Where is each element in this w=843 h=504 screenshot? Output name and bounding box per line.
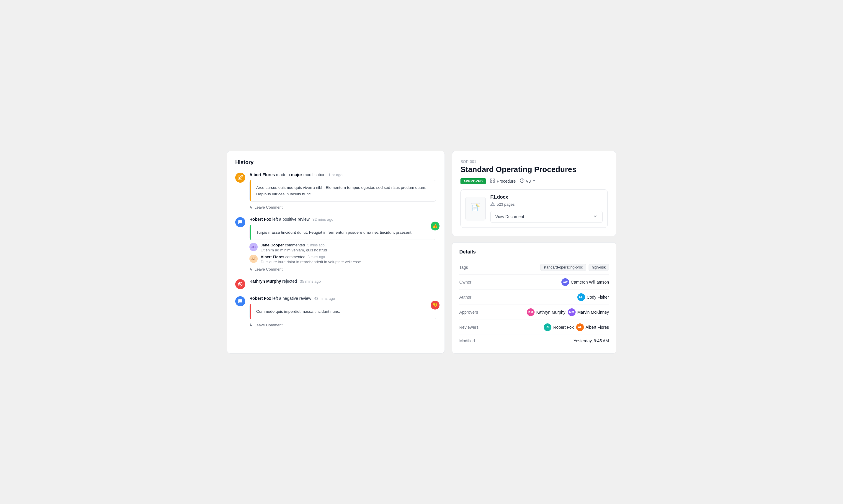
detail-row-modified: Modified Yesterday, 9:45 AM xyxy=(459,335,609,347)
avatar-albert-comment: AF xyxy=(249,255,258,263)
thumb-up-badge: 👍 xyxy=(431,222,440,231)
approver-chip-kathryn: KM Kathryn Murphy xyxy=(527,308,566,316)
approver-name-kathryn: Kathryn Murphy xyxy=(536,310,566,314)
history-item-3: Kathryn Murphy rejected 35 mins ago xyxy=(235,278,436,289)
approved-badge: APPROVED xyxy=(461,178,486,184)
comment-jane: JC Jane Cooper commented 5 mins ago Ut e… xyxy=(249,243,436,252)
view-document-button[interactable]: View Document xyxy=(490,211,603,223)
leave-comment-label-2: Leave Comment xyxy=(254,267,283,271)
view-doc-label: View Document xyxy=(495,214,524,219)
reviewers-label: Reviewers xyxy=(459,325,483,330)
avatar-cameron: CW xyxy=(561,278,569,286)
albert-comment-text: Duis aute irure dolor in reprehenderit i… xyxy=(261,260,436,264)
detail-row-owner: Owner CW Cameron Williamson xyxy=(459,275,609,290)
pages-count: 523 pages xyxy=(497,202,515,206)
reply-icon-2: ↳ xyxy=(249,267,253,271)
avatar-kathryn-approver: KM xyxy=(527,308,535,316)
history-panel: History Albert Flores made a major modif… xyxy=(227,151,445,354)
history-item-3-header: Kathryn Murphy rejected 35 mins ago xyxy=(249,278,436,285)
doc-icon: 📄 xyxy=(472,205,478,211)
reviewer-chip-robert: RF Robert Fox xyxy=(544,323,574,331)
svg-rect-6 xyxy=(490,181,492,182)
history-item-4-content: Robert Fox left a negative review 48 min… xyxy=(249,296,436,327)
history-item-1-action: major xyxy=(291,172,302,177)
reviewer-name-robert: Robert Fox xyxy=(553,325,574,330)
leave-comment-1[interactable]: ↳ Leave Comment xyxy=(249,204,436,210)
reviewer-name-albert: Albert Flores xyxy=(586,325,609,330)
history-item-3-user: Kathryn Murphy xyxy=(249,279,281,284)
comment-albert-author: Albert Flores commented 3 mins ago xyxy=(261,255,436,259)
avatar-jane: JC xyxy=(249,243,258,251)
version-selector[interactable]: V3 xyxy=(520,178,536,184)
procedure-icon xyxy=(490,178,495,184)
history-item-4: Robert Fox left a negative review 48 min… xyxy=(235,296,436,327)
history-item-1-review-box: Arcu cursus euismod quis viverra nibh. E… xyxy=(249,180,436,201)
tag-high-risk: high-risk xyxy=(589,264,609,271)
thumb-down-badge: 👎 xyxy=(431,301,440,309)
history-item-1-header: Albert Flores made a major modification … xyxy=(249,172,436,178)
comment-jane-author: Jane Cooper commented 5 mins ago xyxy=(261,243,436,247)
approvers-label: Approvers xyxy=(459,310,483,314)
svg-rect-4 xyxy=(493,179,495,180)
history-item-1: Albert Flores made a major modification … xyxy=(235,172,436,210)
history-item-1-content: Albert Flores made a major modification … xyxy=(249,172,436,210)
detail-row-tags: Tags standard-operating-proc high-risk xyxy=(459,260,609,275)
history-item-4-user: Robert Fox xyxy=(249,296,271,301)
doc-info: F1.docx 523 pages View Document xyxy=(490,195,603,223)
owner-label: Owner xyxy=(459,280,483,285)
detail-row-approvers: Approvers KM Kathryn Murphy MM Marvin Mc… xyxy=(459,305,609,320)
document-card: 📄 F1.docx 523 pages xyxy=(461,190,608,228)
doc-pages: 523 pages xyxy=(490,201,603,207)
jane-time: 5 mins ago xyxy=(307,243,325,247)
history-item-2-review-text: Turpis massa tincidunt dui ut. Feugiat i… xyxy=(254,229,431,236)
albert-name: Albert Flores xyxy=(261,255,284,259)
leave-comment-2[interactable]: ↳ Leave Comment xyxy=(249,267,436,272)
history-item-2-time: 32 mins ago xyxy=(312,217,334,222)
comment-jane-block: Jane Cooper commented 5 mins ago Ut enim… xyxy=(261,243,436,252)
modified-date: Yesterday, 9:45 AM xyxy=(574,339,609,343)
history-title: History xyxy=(235,159,436,165)
owner-name: Cameron Williamson xyxy=(571,280,609,285)
approver-chip-marvin: MM Marvin McKinney xyxy=(568,308,609,316)
history-item-2-content: Robert Fox left a positive review 32 min… xyxy=(249,217,436,272)
avatar-robert-pos xyxy=(235,217,245,227)
pages-icon xyxy=(490,201,495,207)
version-label: V3 xyxy=(526,179,531,183)
history-item-2-header: Robert Fox left a positive review 32 min… xyxy=(249,217,436,222)
tags-value: standard-operating-proc high-risk xyxy=(540,264,609,271)
author-chip: CF Cody Fisher xyxy=(577,293,609,301)
doc-name: F1.docx xyxy=(490,195,603,200)
history-item-4-header: Robert Fox left a negative review 48 min… xyxy=(249,296,436,302)
sop-title: Standard Operating Procedures xyxy=(461,165,608,174)
svg-rect-3 xyxy=(490,179,492,180)
history-item-2-review-box: 👍 Turpis massa tincidunt dui ut. Feugiat… xyxy=(249,225,436,240)
sop-meta: APPROVED Procedure xyxy=(461,178,608,184)
review-bar-orange xyxy=(250,180,251,201)
albert-time: 3 mins ago xyxy=(308,255,325,259)
comment-albert-block: Albert Flores commented 3 mins ago Duis … xyxy=(261,255,436,264)
clock-icon xyxy=(520,178,524,184)
avatar-robert-reviewer: RF xyxy=(544,323,551,331)
leave-comment-4[interactable]: ↳ Leave Comment xyxy=(249,322,436,328)
details-card: Details Tags standard-operating-proc hig… xyxy=(452,242,616,354)
history-item-2-user: Robert Fox xyxy=(249,217,271,222)
reply-icon-4: ↳ xyxy=(249,323,253,327)
details-panel: SOP-001 Standard Operating Procedures AP… xyxy=(452,151,616,354)
review-bar-red xyxy=(250,304,251,319)
tag-sop: standard-operating-proc xyxy=(540,264,586,271)
history-item-4-review-box: 👎 Commodo quis imperdiet massa tincidunt… xyxy=(249,304,436,319)
review-bar-green xyxy=(250,225,251,240)
procedure-label: Procedure xyxy=(497,179,516,183)
reviewer-chip-albert: AF Albert Flores xyxy=(576,323,609,331)
chevron-down-icon xyxy=(532,179,536,183)
history-item-3-content: Kathryn Murphy rejected 35 mins ago xyxy=(249,278,436,289)
modified-value: Yesterday, 9:45 AM xyxy=(574,339,609,343)
svg-rect-5 xyxy=(493,181,495,182)
history-item-1-time: 1 hr ago xyxy=(328,173,342,177)
owner-value: CW Cameron Williamson xyxy=(561,278,609,286)
jane-comment-text: Ut enim ad minim veniam, quis nostrud xyxy=(261,248,436,252)
owner-chip: CW Cameron Williamson xyxy=(561,278,609,286)
approvers-value: KM Kathryn Murphy MM Marvin McKinney xyxy=(527,308,609,316)
author-value: CF Cody Fisher xyxy=(577,293,609,301)
comments-section: JC Jane Cooper commented 5 mins ago Ut e… xyxy=(249,243,436,264)
